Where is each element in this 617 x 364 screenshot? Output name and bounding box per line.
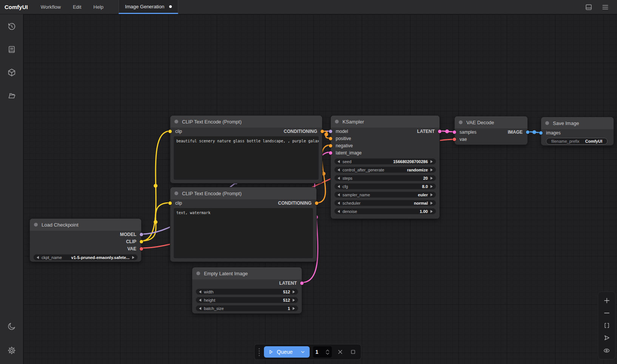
zoom-out-button[interactable] bbox=[601, 308, 612, 318]
output-port-conditioning[interactable] bbox=[315, 201, 318, 205]
output-port-model[interactable] bbox=[140, 233, 143, 236]
output-port-latent[interactable] bbox=[300, 281, 304, 285]
collapse-dot[interactable] bbox=[196, 271, 200, 275]
decrement-arrow-icon[interactable] bbox=[338, 185, 340, 188]
widget-scheduler[interactable]: scheduler normal bbox=[334, 200, 436, 206]
collapse-dot[interactable] bbox=[335, 120, 339, 123]
settings-button[interactable] bbox=[3, 342, 20, 359]
output-port-vae[interactable] bbox=[140, 247, 143, 250]
output-port-conditioning[interactable] bbox=[321, 130, 324, 133]
collapse-dot[interactable] bbox=[174, 120, 178, 123]
widget-sampler-name[interactable]: sampler_name euler bbox=[334, 191, 436, 198]
increment-arrow-icon[interactable] bbox=[430, 185, 433, 188]
node-header[interactable]: CLIP Text Encode (Prompt) bbox=[170, 116, 322, 128]
queue-button[interactable]: Queue bbox=[264, 346, 310, 358]
menu-workflow[interactable]: Workflow bbox=[35, 0, 67, 14]
node-clip-text-encode-positive[interactable]: CLIP Text Encode (Prompt) clip CONDITION… bbox=[170, 115, 322, 184]
widget-ckpt-name[interactable]: ckpt_name v1-5-pruned-emaonly.safete... bbox=[33, 254, 138, 261]
sidebar-item-model-library[interactable] bbox=[3, 64, 20, 81]
sidebar-item-node-library[interactable] bbox=[3, 41, 20, 58]
decrement-arrow-icon[interactable] bbox=[199, 299, 201, 302]
chevron-up-icon[interactable] bbox=[325, 349, 330, 352]
app-logo[interactable]: ComfyUI bbox=[0, 0, 35, 14]
increment-arrow-icon[interactable] bbox=[430, 160, 433, 163]
next-value-arrow-icon[interactable] bbox=[430, 193, 433, 196]
clear-queue-button[interactable] bbox=[335, 347, 345, 357]
drag-handle[interactable] bbox=[258, 348, 261, 356]
prompt-textarea[interactable]: beautiful scenery nature glass bottle la… bbox=[174, 136, 319, 180]
input-port-negative[interactable] bbox=[329, 144, 332, 147]
bottom-panel-toggle-button[interactable] bbox=[582, 2, 595, 13]
decrement-arrow-icon[interactable] bbox=[338, 160, 340, 163]
node-save-image[interactable]: Save Image images filename_prefix ComfyU… bbox=[541, 117, 614, 146]
zoom-in-button[interactable] bbox=[601, 295, 612, 306]
widget-steps[interactable]: steps 20 bbox=[334, 175, 436, 181]
increment-arrow-icon[interactable] bbox=[430, 177, 433, 180]
node-vae-decode[interactable]: VAE Decode samples IMAGE vae bbox=[454, 116, 528, 145]
widget-width[interactable]: width 512 bbox=[196, 288, 298, 295]
node-ksampler[interactable]: KSampler model LATENT positive negative … bbox=[330, 115, 440, 219]
input-port-clip[interactable] bbox=[168, 201, 172, 205]
decrement-arrow-icon[interactable] bbox=[199, 307, 201, 310]
sidebar-item-workflows[interactable] bbox=[3, 87, 20, 104]
widget-height[interactable]: height 512 bbox=[196, 297, 298, 303]
output-port-image[interactable] bbox=[526, 130, 529, 134]
widget-filename-prefix[interactable]: filename_prefix ComfyUI bbox=[546, 138, 608, 145]
widget-batch-size[interactable]: batch_size 1 bbox=[196, 305, 298, 312]
node-header[interactable]: CLIP Text Encode (Prompt) bbox=[170, 187, 316, 199]
collapse-dot[interactable] bbox=[34, 223, 38, 227]
sidebar-item-queue-history[interactable] bbox=[3, 18, 20, 35]
node-empty-latent-image[interactable]: Empty Latent Image LATENT width 512 heig… bbox=[192, 267, 302, 314]
next-value-arrow-icon[interactable] bbox=[430, 202, 433, 205]
node-load-checkpoint[interactable]: Load Checkpoint MODEL CLIP VAE ckpt_name… bbox=[29, 218, 142, 262]
stop-button[interactable] bbox=[348, 347, 358, 357]
increment-arrow-icon[interactable] bbox=[293, 299, 295, 302]
prev-value-arrow-icon[interactable] bbox=[338, 193, 340, 196]
node-header[interactable]: KSampler bbox=[331, 116, 440, 128]
input-port-samples[interactable] bbox=[453, 130, 456, 134]
node-header[interactable]: Load Checkpoint bbox=[30, 219, 141, 231]
widget-denoise[interactable]: denoise 1.00 bbox=[334, 208, 436, 214]
collapse-dot[interactable] bbox=[545, 121, 549, 125]
input-port-positive[interactable] bbox=[329, 137, 332, 140]
node-graph-canvas[interactable] bbox=[23, 14, 617, 364]
output-port-clip[interactable] bbox=[140, 240, 143, 243]
node-header[interactable]: Empty Latent Image bbox=[192, 267, 302, 279]
decrement-arrow-icon[interactable] bbox=[338, 177, 340, 180]
menu-edit[interactable]: Edit bbox=[67, 0, 87, 14]
next-value-arrow-icon[interactable] bbox=[132, 256, 134, 259]
increment-arrow-icon[interactable] bbox=[293, 290, 295, 293]
widget-control-after-generate[interactable]: control_after_generate randomize bbox=[334, 167, 436, 173]
output-port-latent[interactable] bbox=[438, 130, 441, 133]
batch-count-stepper[interactable]: 1 bbox=[313, 346, 332, 358]
prev-value-arrow-icon[interactable] bbox=[338, 168, 340, 171]
collapse-dot[interactable] bbox=[174, 191, 178, 195]
main-menu-button[interactable] bbox=[599, 2, 612, 13]
input-port-latent-image[interactable] bbox=[329, 151, 332, 154]
collapse-dot[interactable] bbox=[459, 120, 463, 124]
node-header[interactable]: Save Image bbox=[541, 117, 614, 129]
increment-arrow-icon[interactable] bbox=[293, 307, 295, 310]
decrement-arrow-icon[interactable] bbox=[338, 210, 340, 213]
widget-seed[interactable]: seed 156680208700286 bbox=[334, 158, 436, 165]
theme-toggle-button[interactable] bbox=[3, 318, 20, 335]
decrement-arrow-icon[interactable] bbox=[199, 290, 201, 293]
widget-cfg[interactable]: cfg 8.0 bbox=[334, 183, 436, 190]
toggle-link-visibility-button[interactable] bbox=[601, 345, 612, 356]
fit-view-button[interactable] bbox=[601, 320, 612, 331]
chevron-down-icon[interactable] bbox=[325, 352, 330, 355]
input-port-clip[interactable] bbox=[168, 130, 172, 133]
next-value-arrow-icon[interactable] bbox=[430, 168, 433, 171]
select-mode-button[interactable] bbox=[601, 333, 612, 343]
input-port-vae[interactable] bbox=[453, 137, 456, 141]
input-port-model[interactable] bbox=[329, 130, 332, 133]
workflow-tab[interactable]: Image Generation bbox=[119, 0, 178, 14]
prompt-textarea[interactable]: text, watermark bbox=[174, 208, 313, 258]
node-clip-text-encode-negative[interactable]: CLIP Text Encode (Prompt) clip CONDITION… bbox=[170, 187, 317, 262]
menu-help[interactable]: Help bbox=[87, 0, 110, 14]
increment-arrow-icon[interactable] bbox=[430, 210, 433, 213]
prev-value-arrow-icon[interactable] bbox=[37, 256, 39, 259]
input-port-images[interactable] bbox=[539, 131, 543, 134]
node-header[interactable]: VAE Decode bbox=[455, 116, 528, 128]
prev-value-arrow-icon[interactable] bbox=[338, 202, 340, 205]
